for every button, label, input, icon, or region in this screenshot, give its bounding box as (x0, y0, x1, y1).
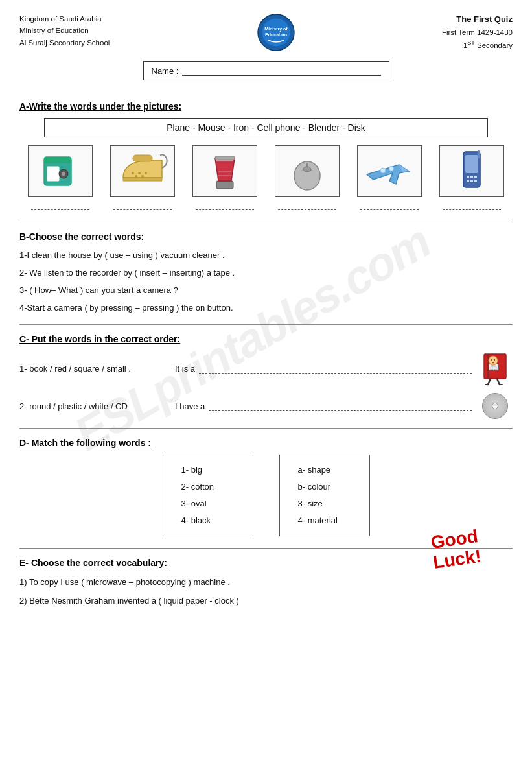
svg-rect-17 (216, 160, 233, 161)
svg-rect-5 (44, 157, 71, 163)
pic-box-mouse (275, 145, 340, 197)
section-c-answer-1 (199, 364, 472, 374)
section-b-item-3: 3- ( How– What ) can you start a camera … (19, 283, 513, 298)
header-left: Kingdom of Saudi Arabia Ministry of Educ… (19, 13, 110, 49)
match-left-2: 2- cotton (181, 479, 235, 495)
match-right-2: b- colour (298, 479, 351, 495)
pic-mouse (272, 145, 343, 210)
section-b-item-1: 1-I clean the house by ( use – using ) v… (19, 248, 513, 263)
svg-point-41 (491, 359, 492, 361)
match-right-box: a- shape b- colour 3- size 4- material (279, 455, 370, 536)
svg-point-8 (62, 172, 65, 176)
svg-rect-27 (474, 176, 477, 178)
name-label: Name : (152, 66, 179, 76)
svg-text:Ministry of: Ministry of (264, 27, 288, 32)
section-d: D- Match the following words : 1- big 2-… (19, 438, 513, 536)
header-center: Ministry of Education (257, 13, 295, 52)
header-left-line2: Ministry of Education (19, 25, 110, 36)
svg-point-21 (380, 168, 386, 173)
svg-point-40 (489, 356, 498, 365)
pic-iron (107, 145, 178, 210)
section-a: A-Write the words under the pictures: Pl… (19, 101, 513, 210)
section-c-middle-2: I have a (175, 401, 205, 411)
header-term: First Term 1429-1430 (442, 27, 513, 38)
section-c-prompt-2: 2- round / plastic / white / CD (19, 401, 162, 411)
cd-icon (477, 393, 513, 419)
match-right-3: 3- size (298, 495, 351, 512)
header-right: The First Quiz First Term 1429-1430 1ST … (442, 13, 513, 51)
answer-line-disk (31, 202, 89, 210)
svg-rect-28 (467, 180, 469, 182)
match-container: 1- big 2- cotton 3- oval 4- black a- sha… (19, 455, 513, 536)
section-e-item-2: 2) Bette Nesmith Graham invented a ( liq… (19, 593, 513, 608)
header-left-line1: Kingdom of Saudi Arabia (19, 13, 110, 25)
svg-rect-16 (215, 156, 235, 160)
section-c: C- Put the words in the correct order: 1… (19, 334, 513, 419)
svg-rect-29 (470, 180, 473, 182)
pic-disk (25, 145, 96, 210)
section-b-title: B-Choose the correct words: (19, 231, 513, 242)
section-c-title: C- Put the words in the correct order: (19, 334, 513, 344)
good-luck: Good Luck! (429, 527, 483, 573)
svg-point-42 (494, 359, 495, 361)
section-c-answer-2 (209, 401, 472, 411)
header-secondary: 1ST Secondary (442, 38, 513, 51)
svg-point-14 (141, 175, 144, 178)
match-right-4: 4- material (298, 512, 351, 529)
svg-point-13 (135, 175, 137, 178)
svg-line-37 (497, 379, 500, 385)
name-box: Name : (143, 61, 389, 80)
pic-plane (354, 145, 425, 210)
pic-box-blender (192, 145, 257, 197)
svg-rect-25 (467, 176, 469, 178)
match-left-box: 1- big 2- cotton 3- oval 4- black (163, 455, 253, 536)
answer-line-phone (443, 202, 501, 210)
section-b-item-4: 4-Start a camera ( by pressing – pressin… (19, 301, 513, 315)
svg-point-12 (145, 172, 147, 174)
section-b: B-Choose the correct words: 1-I clean th… (19, 231, 513, 315)
svg-point-10 (132, 172, 134, 174)
section-b-item-2: 2- We listen to the recorder by ( insert… (19, 266, 513, 280)
section-c-row-2: 2- round / plastic / white / CD I have a (19, 393, 513, 419)
svg-line-36 (488, 379, 491, 385)
svg-point-11 (138, 172, 141, 174)
header: Kingdom of Saudi Arabia Ministry of Educ… (19, 13, 513, 52)
svg-rect-31 (478, 150, 480, 158)
answer-line-plane (360, 202, 419, 210)
name-input-line (182, 65, 380, 76)
svg-text:Education: Education (265, 32, 287, 37)
match-right-1: a- shape (298, 462, 351, 479)
svg-rect-30 (474, 180, 477, 182)
svg-rect-24 (465, 155, 478, 173)
pic-phone (436, 145, 507, 210)
section-c-row-1: 1- book / red / square / small . It is a… (19, 351, 513, 386)
match-left-3: 3- oval (181, 495, 235, 512)
section-c-prompt-1: 1- book / red / square / small . (19, 364, 162, 373)
logo-icon: Ministry of Education (257, 13, 295, 52)
section-e-item-1: 1) To copy I use ( microwave – photocopy… (19, 574, 513, 589)
svg-point-22 (389, 167, 393, 171)
svg-rect-26 (470, 176, 473, 178)
pic-box-disk (28, 145, 93, 197)
pic-blender (189, 145, 260, 210)
svg-rect-6 (47, 166, 60, 182)
answer-line-iron (113, 202, 172, 210)
svg-point-20 (303, 167, 311, 172)
pictures-row (19, 145, 513, 210)
word-bank: Plane - Mouse - Iron - Cell phone - Blen… (44, 118, 488, 137)
section-d-title: D- Match the following words : (19, 438, 513, 448)
svg-rect-9 (133, 155, 152, 161)
header-left-line3: Al Suraij Secondary School (19, 37, 110, 49)
svg-rect-15 (216, 181, 233, 189)
section-a-title: A-Write the words under the pictures: (19, 101, 513, 112)
pic-box-iron (110, 145, 175, 197)
answer-line-blender (196, 202, 254, 210)
match-left-1: 1- big (181, 462, 235, 479)
pic-box-plane (357, 145, 422, 197)
book-icon: 📖 (477, 351, 513, 386)
match-left-4: 4- black (181, 512, 235, 529)
section-c-middle-1: It is a (175, 364, 195, 373)
answer-line-mouse (278, 202, 336, 210)
pic-box-phone (439, 145, 504, 197)
header-quiz-title: The First Quiz (442, 13, 513, 27)
